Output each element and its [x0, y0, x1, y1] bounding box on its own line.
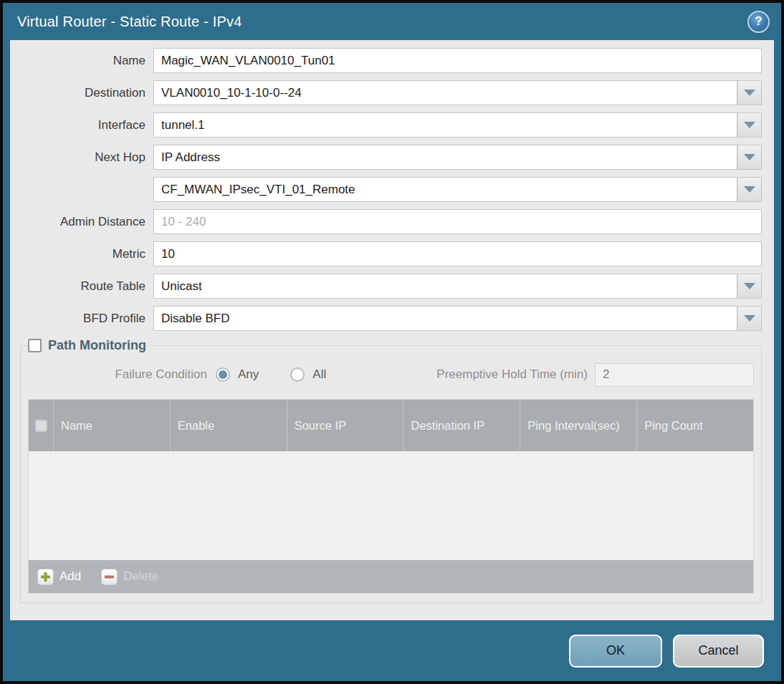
failure-condition-row: Failure Condition Any All Preemptive Hol… — [28, 362, 754, 387]
bfd-profile-label: BFD Profile — [10, 312, 153, 326]
add-button[interactable]: Add — [37, 569, 81, 585]
form-row-interface: Interface — [10, 112, 762, 138]
route-table-label: Route Table — [10, 279, 153, 294]
table-footer-toolbar: Add Delete — [29, 560, 753, 593]
add-button-label: Add — [59, 569, 81, 584]
form-row-admin-distance: Admin Distance — [10, 209, 762, 234]
table-header-name[interactable]: Name — [53, 400, 170, 451]
path-monitoring-table: Name Enable Source IP Destination IP Pin… — [28, 399, 754, 594]
dialog-footer: OK Cancel — [3, 620, 781, 681]
delete-icon — [101, 569, 118, 585]
form-row-bfd-profile: BFD Profile — [10, 306, 762, 331]
dialog-content: Name Destination Interface — [10, 40, 774, 620]
ok-button[interactable]: OK — [569, 635, 662, 668]
path-monitoring-section: Path Monitoring Failure Condition Any Al… — [20, 338, 762, 603]
chevron-down-icon — [744, 283, 755, 289]
table-header-source-ip[interactable]: Source IP — [287, 400, 403, 451]
failure-condition-all-radio[interactable] — [290, 367, 305, 382]
metric-label: Metric — [10, 247, 153, 261]
table-header-enable[interactable]: Enable — [170, 400, 287, 451]
bfd-profile-input[interactable] — [153, 306, 737, 331]
dialog-title: Virtual Router - Static Route - IPv4 — [17, 14, 242, 30]
route-table-input[interactable] — [153, 274, 737, 299]
name-input[interactable] — [153, 48, 762, 73]
bfd-profile-dropdown-button[interactable] — [737, 306, 762, 331]
cancel-button[interactable]: Cancel — [673, 635, 764, 668]
table-header-select-all[interactable] — [29, 400, 53, 451]
form-row-metric: Metric — [10, 241, 762, 266]
help-icon[interactable]: ? — [747, 11, 770, 33]
destination-label: Destination — [10, 86, 153, 100]
path-monitoring-checkbox[interactable] — [28, 339, 42, 352]
admin-distance-label: Admin Distance — [10, 215, 153, 229]
destination-dropdown-button[interactable] — [737, 80, 762, 105]
chevron-down-icon — [744, 186, 755, 193]
form-row-destination: Destination — [10, 80, 762, 105]
next-hop-type-input[interactable] — [153, 145, 737, 170]
table-header-row: Name Enable Source IP Destination IP Pin… — [29, 400, 753, 451]
table-body-empty — [29, 451, 753, 560]
delete-button[interactable]: Delete — [101, 569, 158, 585]
preemptive-hold-time-group: Preemptive Hold Time (min) — [436, 363, 754, 387]
table-header-destination-ip[interactable]: Destination IP — [403, 400, 520, 451]
form-row-next-hop-address — [10, 177, 762, 202]
form-row-route-table: Route Table — [10, 274, 762, 299]
failure-condition-all-label: All — [312, 367, 326, 382]
table-header-ping-count[interactable]: Ping Count — [636, 400, 753, 451]
table-header-ping-interval[interactable]: Ping Interval(sec) — [520, 400, 636, 451]
preemptive-hold-time-input[interactable] — [595, 363, 754, 387]
next-hop-label: Next Hop — [10, 150, 153, 165]
failure-condition-any-label: Any — [238, 367, 259, 382]
form-row-name: Name — [10, 48, 762, 73]
next-hop-address-dropdown-button[interactable] — [737, 177, 762, 202]
dialog-window: Virtual Router - Static Route - IPv4 ? N… — [0, 0, 784, 684]
metric-input[interactable] — [153, 241, 762, 266]
route-table-dropdown-button[interactable] — [737, 274, 762, 299]
interface-label: Interface — [10, 118, 153, 133]
next-hop-dropdown-button[interactable] — [737, 145, 762, 170]
interface-dropdown-button[interactable] — [737, 112, 762, 138]
chevron-down-icon — [744, 122, 755, 128]
path-monitoring-legend: Path Monitoring — [28, 338, 153, 353]
chevron-down-icon — [744, 154, 755, 160]
delete-button-label: Delete — [123, 569, 158, 584]
add-icon — [37, 569, 54, 585]
interface-input[interactable] — [153, 112, 737, 138]
admin-distance-input[interactable] — [153, 209, 762, 234]
form-row-next-hop: Next Hop — [10, 145, 762, 170]
dialog-titlebar: Virtual Router - Static Route - IPv4 ? — [3, 3, 781, 40]
chevron-down-icon — [744, 90, 755, 96]
select-all-checkbox[interactable] — [35, 420, 47, 432]
destination-input[interactable] — [153, 80, 737, 105]
failure-condition-label: Failure Condition — [28, 367, 216, 382]
preemptive-hold-time-label: Preemptive Hold Time (min) — [436, 367, 595, 382]
chevron-down-icon — [744, 315, 755, 322]
name-label: Name — [10, 54, 153, 68]
failure-condition-any-radio[interactable] — [216, 367, 230, 382]
path-monitoring-title: Path Monitoring — [48, 338, 146, 353]
next-hop-address-input[interactable] — [153, 177, 737, 202]
